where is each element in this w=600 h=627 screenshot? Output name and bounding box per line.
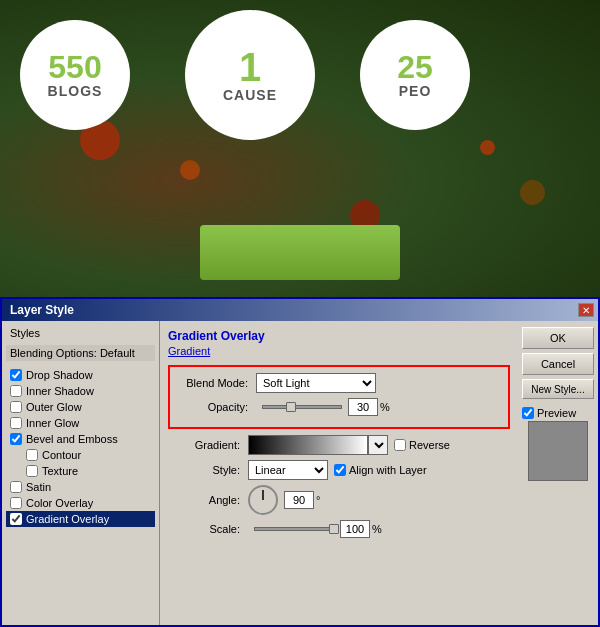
style-label: Style: <box>168 464 248 476</box>
layer-item-satin[interactable]: Satin <box>6 479 155 495</box>
opacity-percent: % <box>380 401 390 413</box>
circle-1-number: 1 <box>239 47 261 87</box>
new-style-button[interactable]: New Style... <box>522 379 594 399</box>
drop-shadow-checkbox[interactable] <box>10 369 22 381</box>
preview-label-row: Preview <box>522 407 594 419</box>
right-panel: OK Cancel New Style... Preview <box>518 321 598 625</box>
bevel-emboss-checkbox[interactable] <box>10 433 22 445</box>
circle-25-label: PEO <box>399 83 432 99</box>
satin-label: Satin <box>26 481 51 493</box>
layer-item-drop-shadow[interactable]: Drop Shadow <box>6 367 155 383</box>
ok-button[interactable]: OK <box>522 327 594 349</box>
scale-input[interactable] <box>340 520 370 538</box>
inner-glow-label: Inner Glow <box>26 417 79 429</box>
align-layer-checkbox[interactable] <box>334 464 346 476</box>
style-select[interactable]: Linear Radial Angle Reflected Diamond <box>248 460 328 480</box>
layer-item-gradient-overlay[interactable]: Gradient Overlay <box>6 511 155 527</box>
layer-item-contour[interactable]: Contour <box>6 447 155 463</box>
circles-row: 550 BLOGS 1 CAUSE 25 PEO <box>0 10 600 140</box>
preview-checkbox[interactable] <box>522 407 534 419</box>
angle-line <box>262 490 264 500</box>
circle-1-label: CAUSE <box>223 87 277 103</box>
layer-item-outer-glow[interactable]: Outer Glow <box>6 399 155 415</box>
reverse-container: Reverse <box>394 439 450 451</box>
drop-shadow-label: Drop Shadow <box>26 369 93 381</box>
scale-label: Scale: <box>168 523 248 535</box>
angle-degree: ° <box>316 494 320 506</box>
background-canvas: 550 BLOGS 1 CAUSE 25 PEO <box>0 0 600 300</box>
angle-input[interactable] <box>284 491 314 509</box>
gradient-overlay-checkbox[interactable] <box>10 513 22 525</box>
color-overlay-label: Color Overlay <box>26 497 93 509</box>
texture-checkbox[interactable] <box>26 465 38 477</box>
inner-shadow-label: Inner Shadow <box>26 385 94 397</box>
dialog-body: Styles Blending Options: Default Drop Sh… <box>2 321 598 625</box>
preview-thumbnail <box>528 421 588 481</box>
blending-options-label[interactable]: Blending Options: Default <box>6 345 155 361</box>
circle-550-label: BLOGS <box>48 83 103 99</box>
reverse-label: Reverse <box>409 439 450 451</box>
section-title: Gradient Overlay <box>168 329 510 343</box>
layer-item-texture[interactable]: Texture <box>6 463 155 479</box>
layer-item-inner-glow[interactable]: Inner Glow <box>6 415 155 431</box>
scale-slider[interactable] <box>254 527 334 531</box>
outer-glow-label: Outer Glow <box>26 401 82 413</box>
bokeh-5 <box>520 180 545 205</box>
scale-percent: % <box>372 523 382 535</box>
section-subtitle: Gradient <box>168 345 510 357</box>
dialog-title: Layer Style <box>10 303 74 317</box>
angle-dial[interactable] <box>248 485 278 515</box>
main-content-area: Gradient Overlay Gradient Blend Mode: So… <box>160 321 518 625</box>
gradient-row: Gradient: Reverse <box>168 435 510 455</box>
blend-mode-row: Blend Mode: Soft Light Normal Multiply S… <box>176 373 502 393</box>
contour-label: Contour <box>42 449 81 461</box>
inner-shadow-checkbox[interactable] <box>10 385 22 397</box>
circle-1: 1 CAUSE <box>185 10 315 140</box>
gradient-label: Gradient: <box>168 439 248 451</box>
styles-label: Styles <box>6 325 155 341</box>
green-button-area <box>200 225 400 280</box>
dialog-close-button[interactable]: ✕ <box>578 303 594 317</box>
inner-glow-checkbox[interactable] <box>10 417 22 429</box>
blend-opacity-section: Blend Mode: Soft Light Normal Multiply S… <box>168 365 510 429</box>
circle-25: 25 PEO <box>360 20 470 130</box>
cancel-button[interactable]: Cancel <box>522 353 594 375</box>
opacity-slider[interactable] <box>262 405 342 409</box>
scale-row: Scale: % <box>168 520 510 538</box>
circle-550-number: 550 <box>48 51 101 83</box>
gradient-arrow[interactable] <box>368 435 388 455</box>
dialog-titlebar: Layer Style ✕ <box>2 299 598 321</box>
align-layer-label: Align with Layer <box>349 464 427 476</box>
opacity-input[interactable] <box>348 398 378 416</box>
bokeh-2 <box>180 160 200 180</box>
gradient-overlay-label: Gradient Overlay <box>26 513 109 525</box>
left-panel: Styles Blending Options: Default Drop Sh… <box>2 321 160 625</box>
color-overlay-checkbox[interactable] <box>10 497 22 509</box>
layer-item-bevel-emboss[interactable]: Bevel and Emboss <box>6 431 155 447</box>
preview-box: Preview <box>522 407 594 481</box>
angle-row: Angle: ° <box>168 485 510 515</box>
satin-checkbox[interactable] <box>10 481 22 493</box>
layer-style-dialog: Layer Style ✕ Styles Blending Options: D… <box>0 297 600 627</box>
blend-mode-label: Blend Mode: <box>176 377 256 389</box>
bokeh-4 <box>480 140 495 155</box>
contour-checkbox[interactable] <box>26 449 38 461</box>
outer-glow-checkbox[interactable] <box>10 401 22 413</box>
circle-25-number: 25 <box>397 51 433 83</box>
style-row: Style: Linear Radial Angle Reflected Dia… <box>168 460 510 480</box>
bevel-emboss-label: Bevel and Emboss <box>26 433 118 445</box>
blend-mode-select[interactable]: Soft Light Normal Multiply Screen Overla… <box>256 373 376 393</box>
opacity-label: Opacity: <box>176 401 256 413</box>
layer-item-inner-shadow[interactable]: Inner Shadow <box>6 383 155 399</box>
gradient-picker[interactable] <box>248 435 368 455</box>
layer-item-color-overlay[interactable]: Color Overlay <box>6 495 155 511</box>
opacity-row: Opacity: % <box>176 398 502 416</box>
reverse-checkbox[interactable] <box>394 439 406 451</box>
texture-label: Texture <box>42 465 78 477</box>
green-button[interactable] <box>200 225 400 280</box>
angle-label: Angle: <box>168 494 248 506</box>
preview-label-text: Preview <box>537 407 576 419</box>
align-layer-container: Align with Layer <box>334 464 427 476</box>
circle-550: 550 BLOGS <box>20 20 130 130</box>
